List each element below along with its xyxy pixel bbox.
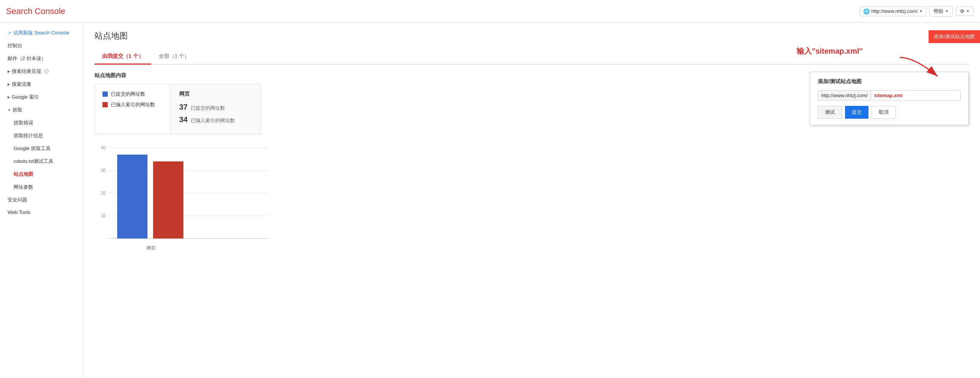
search-appearance-triangle-icon: ▶: [8, 70, 10, 73]
sidebar-item-google-fetch[interactable]: Google 抓取工具: [0, 142, 83, 155]
y-label-10: 10: [101, 213, 106, 219]
legend-label-submitted: 已提交的网址数: [111, 91, 145, 97]
sidebar-item-search-traffic[interactable]: ▶ 搜索流量: [0, 78, 83, 91]
external-link-icon: ↗: [8, 31, 11, 35]
page-title: 站点地图: [94, 30, 969, 41]
sidebar-item-robots-test[interactable]: robots.txt测试工具: [0, 155, 83, 168]
popup-input-row: http://www.nhtzj.com/: [818, 91, 961, 100]
url-caret-icon: ▼: [919, 9, 923, 13]
stat-number-submitted: 37: [179, 103, 188, 111]
search-traffic-triangle-icon: ▶: [8, 83, 10, 86]
sidebar-item-dashboard[interactable]: 控制台: [0, 39, 83, 52]
sidebar-item-crawl-stats[interactable]: 抓取统计信息: [0, 129, 83, 142]
x-label-webpage: 网页: [147, 245, 156, 251]
bar-submitted: [117, 155, 148, 238]
submit-label: 提交: [852, 109, 862, 115]
settings-icon: ⚙: [960, 8, 964, 14]
info-icon: ⓘ: [44, 68, 49, 75]
legend-color-indexed: [102, 102, 108, 107]
add-sitemap-button[interactable]: 添加/测试站点地图: [929, 30, 980, 43]
selected-url: http://www.nhtzj.com/: [871, 8, 918, 14]
stats-box: 网页 37 已提交的网址数 34 已编入索引的网址数: [170, 84, 261, 134]
mail-label: 邮件（2 封未读）: [8, 55, 46, 62]
test-label: 测试: [825, 109, 835, 115]
header: Search Console 🌐 http://www.nhtzj.com/ ▼…: [0, 0, 980, 23]
header-right: 🌐 http://www.nhtzj.com/ ▼ 帮助 ▼ ⚙ ▼: [860, 6, 974, 17]
main-content: 站点地图 由我提交（1 个） 全部（1 个） 站点地图内容 已提交的网址数: [83, 23, 980, 378]
google-index-label: Google 索引: [12, 94, 39, 100]
popup-url-prefix: http://www.nhtzj.com/: [818, 91, 871, 100]
stat-item-indexed: 34 已编入索引的网址数: [179, 115, 251, 124]
popup-title: 添加/测试站点地图: [818, 78, 961, 85]
sitemap-label: 站点地图: [14, 171, 33, 178]
test-button[interactable]: 测试: [818, 106, 842, 119]
crawl-triangle-icon: ▼: [7, 108, 11, 112]
help-button[interactable]: 帮助 ▼: [929, 6, 953, 17]
layout: ↗ 试用新版 Search Console 控制台 邮件（2 封未读） ▶ 搜索…: [0, 23, 980, 378]
sidebar-item-web-tools[interactable]: Web Tools: [0, 206, 83, 218]
legend-item-submitted: 已提交的网址数: [102, 91, 162, 97]
url-params-label: 网址参数: [14, 184, 33, 191]
y-label-40: 40: [101, 145, 106, 151]
y-label-20: 20: [101, 191, 106, 196]
cancel-label: 取消: [879, 109, 888, 115]
help-caret-icon: ▼: [945, 9, 949, 13]
add-sitemap-label: 添加/测试站点地图: [934, 33, 975, 39]
legend-box: 已提交的网址数 已编入索引的网址数: [94, 84, 170, 134]
settings-button[interactable]: ⚙ ▼: [956, 6, 974, 16]
stat-number-indexed: 34: [179, 115, 188, 124]
legend-color-submitted: [102, 92, 108, 97]
sidebar-item-search-appearance[interactable]: ▶ 搜索结果呈现 ⓘ: [0, 65, 83, 78]
sidebar-item-crawl-errors[interactable]: 抓取错误: [0, 116, 83, 129]
dashboard-label: 控制台: [8, 42, 22, 49]
search-traffic-label: 搜索流量: [12, 81, 31, 88]
url-selector[interactable]: 🌐 http://www.nhtzj.com/ ▼: [860, 6, 926, 16]
security-label: 安全问题: [8, 197, 27, 203]
tab-all-label: 全部（1 个）: [159, 53, 190, 59]
sidebar-item-security[interactable]: 安全问题: [0, 194, 83, 206]
search-appearance-label: 搜索结果呈现: [12, 68, 41, 75]
web-tools-label: Web Tools: [8, 210, 30, 215]
sidebar-item-new-version[interactable]: ↗ 试用新版 Search Console: [0, 27, 83, 39]
crawl-stats-label: 抓取统计信息: [14, 132, 43, 139]
google-fetch-label: Google 抓取工具: [14, 145, 51, 152]
help-label: 帮助: [934, 8, 943, 15]
sidebar-item-sitemap[interactable]: 站点地图: [0, 168, 83, 181]
stat-label-indexed: 已编入索引的网址数: [191, 117, 235, 124]
popup-buttons: 测试 提交 取消: [818, 106, 961, 119]
legend-item-indexed: 已编入索引的网址数: [102, 101, 162, 108]
stat-label-submitted: 已提交的网址数: [191, 105, 225, 111]
sidebar-item-crawl[interactable]: ▼ 抓取: [0, 103, 83, 116]
robots-test-label: robots.txt测试工具: [14, 158, 53, 165]
sidebar: ↗ 试用新版 Search Console 控制台 邮件（2 封未读） ▶ 搜索…: [0, 23, 83, 378]
cancel-button[interactable]: 取消: [872, 106, 896, 119]
app-title: Search Console: [6, 6, 65, 16]
tabs: 由我提交（1 个） 全部（1 个）: [94, 49, 969, 65]
sitemap-input[interactable]: [871, 91, 961, 100]
submit-button[interactable]: 提交: [845, 106, 869, 119]
settings-caret-icon: ▼: [966, 9, 970, 13]
google-index-triangle-icon: ▶: [8, 95, 10, 99]
bar-indexed: [153, 161, 183, 238]
new-version-label: 试用新版 Search Console: [13, 30, 69, 36]
stat-item-submitted: 37 已提交的网址数: [179, 103, 251, 111]
tab-submitted[interactable]: 由我提交（1 个）: [94, 49, 151, 65]
crawl-errors-label: 抓取错误: [14, 119, 33, 126]
y-label-30: 30: [101, 168, 106, 173]
crawl-label: 抓取: [13, 106, 22, 113]
bar-chart: 40 30 20 10 网页: [94, 142, 276, 263]
tab-submitted-label: 由我提交（1 个）: [102, 53, 144, 59]
add-sitemap-popup: 添加/测试站点地图 http://www.nhtzj.com/ 测试 提交 取消: [810, 72, 969, 125]
globe-icon: 🌐: [863, 8, 870, 14]
chart-area: 40 30 20 10 网页: [94, 142, 969, 263]
sidebar-item-mail[interactable]: 邮件（2 封未读）: [0, 52, 83, 65]
sidebar-item-url-params[interactable]: 网址参数: [0, 181, 83, 194]
tab-all[interactable]: 全部（1 个）: [151, 49, 197, 65]
sidebar-item-google-index[interactable]: ▶ Google 索引: [0, 91, 83, 103]
stats-title: 网页: [179, 91, 251, 97]
legend-label-indexed: 已编入索引的网址数: [111, 101, 155, 108]
